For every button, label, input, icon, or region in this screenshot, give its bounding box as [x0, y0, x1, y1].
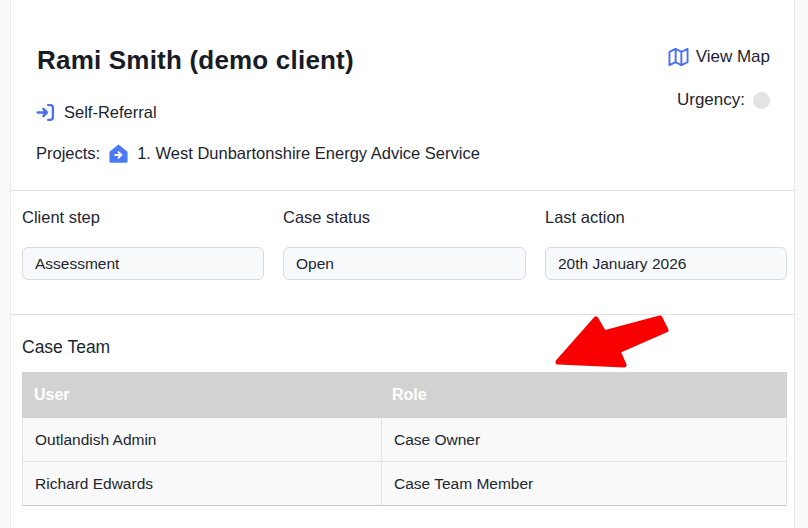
user-cell: Outlandish Admin: [23, 431, 381, 449]
case-team-table: User Role Outlandish Admin Case Owner Ri…: [22, 372, 787, 506]
column-header-role: Role: [380, 372, 787, 418]
home-icon: [108, 143, 129, 164]
project-name: 1. West Dunbartonshire Energy Advice Ser…: [137, 144, 480, 163]
role-cell: Case Team Member: [382, 475, 533, 493]
client-name-heading: Rami Smith (demo client): [37, 45, 354, 76]
case-detail-page: Rami Smith (demo client) View Map Urgenc…: [0, 0, 808, 528]
client-step-label: Client step: [22, 208, 100, 227]
table-row: Outlandish Admin Case Owner: [22, 418, 787, 462]
projects-row: Projects: 1. West Dunbartonshire Energy …: [36, 143, 480, 164]
referral-icon: [36, 103, 55, 122]
section-divider: [10, 314, 794, 315]
view-map-button[interactable]: View Map: [668, 47, 770, 67]
view-map-label: View Map: [696, 47, 770, 67]
column-header-user: User: [22, 386, 380, 404]
client-step-field[interactable]: Assessment: [22, 247, 264, 280]
urgency-dot: [753, 92, 770, 109]
referral-type-row: Self-Referral: [36, 103, 157, 122]
urgency-label: Urgency:: [677, 90, 745, 110]
user-cell: Richard Edwards: [23, 475, 381, 493]
urgency-indicator: Urgency:: [677, 90, 770, 110]
last-action-label: Last action: [545, 208, 625, 227]
case-status-label: Case status: [283, 208, 370, 227]
section-divider: [10, 190, 794, 191]
referral-type-label: Self-Referral: [64, 103, 157, 122]
case-team-heading: Case Team: [22, 337, 110, 358]
map-icon: [668, 47, 689, 67]
table-row: Richard Edwards Case Team Member: [22, 462, 787, 506]
role-cell: Case Owner: [382, 431, 480, 449]
table-header-row: User Role: [22, 372, 787, 418]
projects-label: Projects:: [36, 144, 100, 163]
case-status-field[interactable]: Open: [283, 247, 526, 280]
last-action-field[interactable]: 20th January 2026: [545, 247, 787, 280]
